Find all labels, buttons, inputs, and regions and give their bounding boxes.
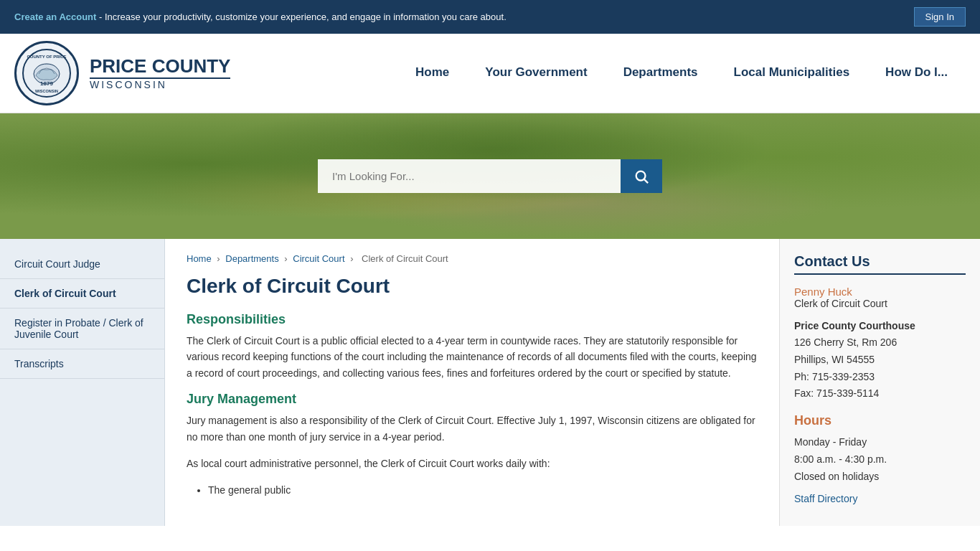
top-bar-tagline: - Increase your productivity, customize … <box>96 11 506 22</box>
svg-line-6 <box>644 179 648 183</box>
breadcrumb-separator-3: › <box>350 253 356 264</box>
nav-your-government[interactable]: Your Government <box>467 58 605 89</box>
contact-title: Contact Us <box>794 253 966 275</box>
breadcrumb-separator-2: › <box>284 253 290 264</box>
breadcrumb-circuit-court[interactable]: Circuit Court <box>293 253 344 264</box>
breadcrumb-current: Clerk of Circuit Court <box>362 253 448 264</box>
page-title: Clerk of Circuit Court <box>187 275 758 298</box>
search-bar <box>318 159 662 193</box>
svg-text:WISCONSIN: WISCONSIN <box>35 89 58 93</box>
county-name-subtitle: WISCONSIN <box>90 79 230 90</box>
staff-directory-link[interactable]: Staff Directory <box>794 493 966 504</box>
breadcrumb-home[interactable]: Home <box>187 253 212 264</box>
address-line2: Phillips, WI 54555 <box>794 354 875 365</box>
breadcrumb-departments[interactable]: Departments <box>225 253 278 264</box>
hero-section <box>0 113 980 239</box>
contact-address: 126 Cherry St, Rm 206 Phillips, WI 54555… <box>794 334 966 402</box>
svg-text:1879: 1879 <box>40 80 53 87</box>
svg-point-5 <box>636 171 646 180</box>
county-seal: COUNTY OF PRICE 1879 WISCONSIN <box>14 41 79 105</box>
top-bar-message: Create an Account - Increase your produc… <box>14 11 507 22</box>
logo-area: COUNTY OF PRICE 1879 WISCONSIN PRICE COU… <box>14 41 230 105</box>
sidebar-item-clerk-of-circuit-court[interactable]: Clerk of Circuit Court <box>0 279 164 309</box>
works-with-list: The general public <box>208 482 758 498</box>
hours-days: Monday - Friday <box>794 436 867 448</box>
main-nav: Home Your Government Departments Local M… <box>259 58 966 89</box>
search-input[interactable] <box>318 159 621 193</box>
hours-holidays: Closed on holidays <box>794 471 879 482</box>
sign-in-button[interactable]: Sign In <box>914 7 966 27</box>
nav-local-municipalities[interactable]: Local Municipalities <box>716 58 868 89</box>
contact-phone: Ph: 715-339-2353 <box>794 371 875 382</box>
section-jury-management-heading: Jury Management <box>187 392 758 407</box>
breadcrumb: Home › Departments › Circuit Court › Cle… <box>187 253 758 264</box>
svg-text:COUNTY OF PRICE: COUNTY OF PRICE <box>27 55 66 59</box>
section-responsibilities-heading: Responsibilities <box>187 312 758 327</box>
search-icon <box>633 169 649 184</box>
page-content: Home › Departments › Circuit Court › Cle… <box>165 239 779 526</box>
search-button[interactable] <box>621 159 662 193</box>
contact-panel: Contact Us Penny Huck Clerk of Circuit C… <box>779 239 980 526</box>
list-item-general-public: The general public <box>208 482 758 498</box>
nav-home[interactable]: Home <box>397 58 467 89</box>
section-jury-management-text: Jury management is also a responsibility… <box>187 413 758 445</box>
nav-departments[interactable]: Departments <box>606 58 716 89</box>
contact-person-role: Clerk of Circuit Court <box>794 298 966 309</box>
section-daily-work-text: As local court administrative personnel,… <box>187 456 758 471</box>
sidebar-item-register-in-probate[interactable]: Register in Probate / Clerk of Juvenile … <box>0 309 164 349</box>
contact-building: Price County Courthouse <box>794 320 966 331</box>
sidebar: Circuit Court Judge Clerk of Circuit Cou… <box>0 239 165 526</box>
sidebar-item-circuit-court-judge[interactable]: Circuit Court Judge <box>0 250 164 279</box>
top-bar: Create an Account - Increase your produc… <box>0 0 980 34</box>
hours-title: Hours <box>794 413 966 428</box>
nav-how-do-i[interactable]: How Do I... <box>867 58 966 89</box>
contact-person-link[interactable]: Penny Huck <box>794 286 852 298</box>
header: COUNTY OF PRICE 1879 WISCONSIN PRICE COU… <box>0 34 980 113</box>
hours-text: Monday - Friday 8:00 a.m. - 4:30 p.m. Cl… <box>794 434 966 485</box>
hours-time: 8:00 a.m. - 4:30 p.m. <box>794 453 887 465</box>
logo-text: PRICE COUNTY WISCONSIN <box>90 57 230 90</box>
address-line1: 126 Cherry St, Rm 206 <box>794 336 897 348</box>
section-responsibilities-text: The Clerk of Circuit Court is a public o… <box>187 333 758 381</box>
create-account-link[interactable]: Create an Account <box>14 11 96 22</box>
breadcrumb-separator-1: › <box>217 253 222 264</box>
sidebar-item-transcripts[interactable]: Transcripts <box>0 349 164 379</box>
main-container: Circuit Court Judge Clerk of Circuit Cou… <box>0 239 980 526</box>
county-name-title: PRICE COUNTY <box>90 57 230 75</box>
contact-fax: Fax: 715-339-5114 <box>794 387 879 399</box>
